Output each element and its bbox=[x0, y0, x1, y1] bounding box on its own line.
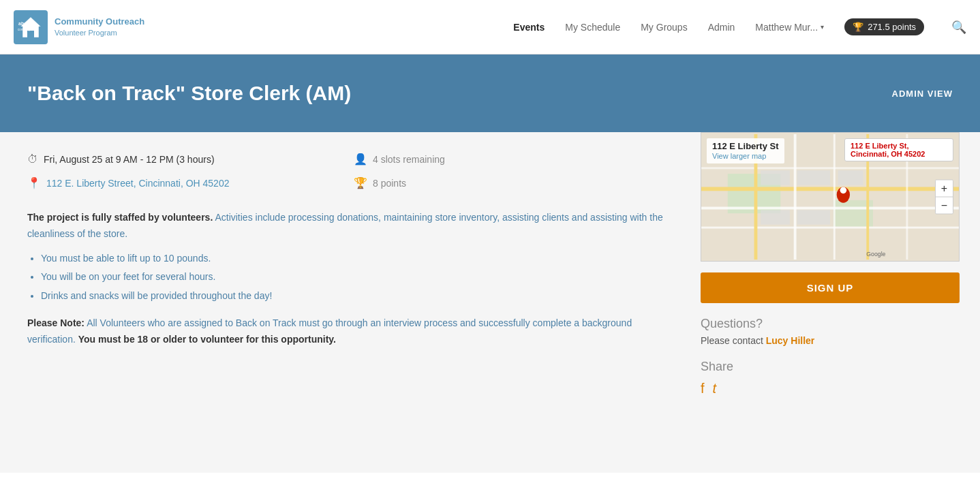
svg-rect-13 bbox=[794, 134, 797, 260]
user-name: Matthew Mur... bbox=[755, 22, 818, 33]
zoom-in-icon[interactable]: + bbox=[936, 181, 953, 198]
search-icon[interactable]: 🔍 bbox=[951, 20, 966, 35]
event-slots: 👤 4 slots remaining bbox=[354, 153, 667, 166]
event-location: 📍 112 E. Liberty Street, Cincinnati, OH … bbox=[27, 176, 340, 189]
hero-banner: "Back on Track" Store Clerk (AM) ADMIN V… bbox=[0, 54, 980, 132]
svg-rect-14 bbox=[833, 134, 836, 260]
questions-title: Questions? bbox=[701, 317, 960, 331]
map-info-box: 112 E Liberty St, Cincinnati, OH 45202 bbox=[844, 138, 953, 161]
twitter-share-icon[interactable]: t bbox=[713, 381, 717, 396]
nav-admin[interactable]: Admin bbox=[708, 22, 735, 33]
clock-icon: ⏱ bbox=[27, 153, 38, 166]
questions-text: Please contact Lucy Hiller bbox=[701, 335, 960, 346]
header: abc company Community Outreach Volunteer… bbox=[0, 0, 980, 54]
zoom-out-icon[interactable]: − bbox=[936, 198, 953, 214]
svg-text:Google: Google bbox=[866, 251, 885, 257]
list-item: Drinks and snacks will be provided throu… bbox=[41, 288, 667, 304]
points-badge: 🏆 271.5 points bbox=[844, 18, 924, 35]
share-icons: f t bbox=[701, 381, 960, 396]
svg-rect-19 bbox=[797, 170, 830, 185]
view-larger-map-link[interactable]: View larger map bbox=[712, 152, 766, 160]
svg-rect-21 bbox=[838, 170, 863, 185]
list-item: You will be on your feet for several hou… bbox=[41, 269, 667, 285]
share-title: Share bbox=[701, 360, 960, 374]
map-zoom-controls[interactable]: + − bbox=[935, 180, 953, 215]
nav-user-menu[interactable]: Matthew Mur... ▾ bbox=[755, 22, 824, 33]
share-section: Share f t bbox=[701, 360, 960, 396]
main-nav: Events My Schedule My Groups Admin Matth… bbox=[513, 18, 966, 35]
svg-rect-8 bbox=[701, 187, 959, 191]
svg-rect-2 bbox=[27, 31, 34, 37]
description-intro: The project is fully staffed by voluntee… bbox=[27, 210, 667, 242]
nav-events[interactable]: Events bbox=[513, 22, 545, 33]
trophy-small-icon: 🏆 bbox=[354, 176, 367, 189]
svg-rect-17 bbox=[761, 170, 790, 185]
event-note: Please Note: All Volunteers who are assi… bbox=[27, 315, 667, 348]
svg-rect-11 bbox=[701, 167, 959, 169]
logo-text: Community Outreach Volunteer Program bbox=[55, 16, 144, 39]
chevron-down-icon: ▾ bbox=[821, 23, 824, 31]
logo-area: abc company Community Outreach Volunteer… bbox=[14, 10, 144, 44]
svg-text:company: company bbox=[18, 28, 31, 31]
event-map[interactable]: Google 112 E Liberty St View larger map … bbox=[701, 132, 960, 262]
list-item: You must be able to lift up to 10 pounds… bbox=[41, 251, 667, 267]
person-icon: 👤 bbox=[354, 153, 367, 166]
requirements-list: You must be able to lift up to 10 pounds… bbox=[41, 251, 667, 304]
logo-icon: abc company bbox=[14, 10, 48, 44]
admin-view-link[interactable]: ADMIN VIEW bbox=[892, 89, 953, 99]
page-title: "Back on Track" Store Clerk (AM) bbox=[27, 82, 351, 105]
trophy-icon: 🏆 bbox=[853, 22, 863, 32]
signup-button[interactable]: SIGN UP bbox=[701, 272, 960, 303]
svg-rect-9 bbox=[701, 207, 959, 210]
location-link[interactable]: 112 E. Liberty Street, Cincinnati, OH 45… bbox=[46, 178, 229, 189]
facebook-share-icon[interactable]: f bbox=[701, 381, 705, 396]
event-description: The project is fully staffed by voluntee… bbox=[27, 210, 667, 348]
right-panel: Google 112 E Liberty St View larger map … bbox=[694, 132, 980, 473]
questions-section: Questions? Please contact Lucy Hiller bbox=[701, 317, 960, 346]
event-date-time: ⏱ Fri, August 25 at 9 AM - 12 PM (3 hour… bbox=[27, 153, 340, 166]
svg-rect-10 bbox=[701, 227, 959, 229]
nav-my-groups[interactable]: My Groups bbox=[641, 22, 687, 33]
points-value: 271.5 points bbox=[868, 22, 916, 32]
svg-text:abc: abc bbox=[18, 21, 27, 26]
left-panel: ⏱ Fri, August 25 at 9 AM - 12 PM (3 hour… bbox=[0, 132, 694, 473]
event-meta: ⏱ Fri, August 25 at 9 AM - 12 PM (3 hour… bbox=[27, 153, 667, 189]
svg-rect-18 bbox=[761, 210, 790, 224]
main-content: ⏱ Fri, August 25 at 9 AM - 12 PM (3 hour… bbox=[0, 132, 980, 473]
nav-my-schedule[interactable]: My Schedule bbox=[565, 22, 620, 33]
map-address-overlay: 112 E Liberty St View larger map bbox=[707, 138, 784, 163]
event-points: 🏆 8 points bbox=[354, 176, 667, 189]
contact-link[interactable]: Lucy Hiller bbox=[766, 335, 815, 346]
svg-point-24 bbox=[840, 187, 847, 193]
svg-rect-20 bbox=[797, 210, 830, 224]
location-icon: 📍 bbox=[27, 176, 41, 189]
